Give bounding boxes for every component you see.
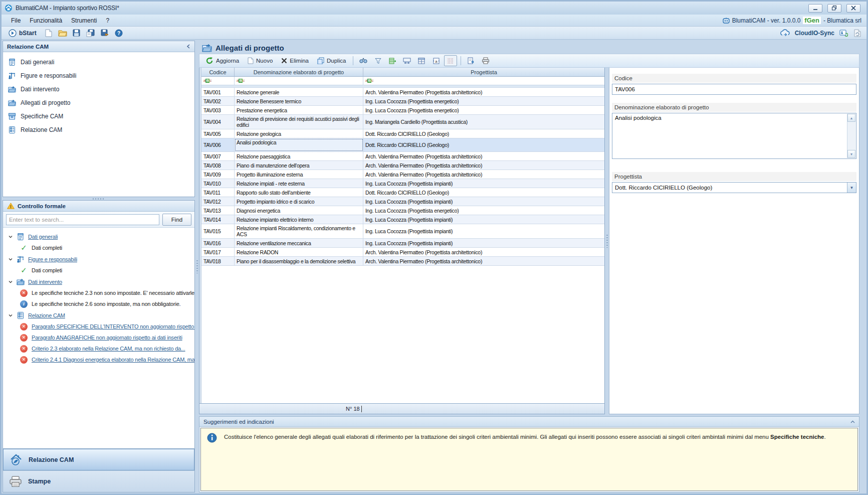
tree-group-link[interactable]: Dati intervento — [28, 279, 62, 285]
cell-codice[interactable]: TAV016 — [201, 239, 235, 247]
report-sync-icon[interactable] — [852, 28, 862, 38]
stampe-button[interactable]: Stampe — [3, 470, 194, 492]
relazione-cam-button[interactable]: Relazione CAM — [3, 449, 194, 470]
tree-group-link[interactable]: Figure e responsabili — [28, 256, 77, 262]
cell-codice[interactable]: TAV007 — [201, 152, 235, 160]
cell-denominazione[interactable]: Piano per il disassemblaggio e la demoli… — [235, 257, 363, 265]
chevron-down-icon[interactable]: ▼ — [847, 183, 856, 193]
cell-progettista[interactable]: Ing. Luca Cocozza (Progettista impianti) — [363, 179, 604, 188]
table-row[interactable]: TAV014Relazione impianto elettrico inter… — [201, 215, 604, 224]
column-width-icon[interactable] — [400, 55, 413, 66]
tree-issue-link[interactable]: Paragrafo SPECIFICHE DELL'INTERVENTO non… — [32, 323, 194, 329]
cell-progettista[interactable]: Ing. Luca Cocozza (Progettista impianti) — [363, 215, 604, 224]
cell-denominazione[interactable]: Relazione ventilazione meccanica — [235, 239, 363, 247]
duplica-button[interactable]: Duplica — [314, 56, 349, 65]
elimina-button[interactable]: Elimina — [278, 57, 312, 65]
cell-codice[interactable]: TAV014 — [201, 215, 235, 224]
help-icon[interactable]: ? — [114, 28, 124, 38]
cell-codice[interactable]: TAV017 — [201, 248, 235, 256]
filter-cell-codice[interactable]: aBc — [201, 77, 235, 85]
group-add-icon[interactable] — [386, 55, 399, 66]
cell-denominazione[interactable]: Relazione impianto elettrico interno — [235, 215, 363, 224]
table-row[interactable]: TAV010Relazione impiati - rete esternaIn… — [201, 179, 604, 188]
textarea-scrollbar[interactable]: ▲ ▼ — [847, 114, 855, 158]
minimize-button[interactable] — [808, 4, 822, 13]
chevron-down-icon[interactable] — [8, 257, 13, 262]
cell-progettista[interactable]: Ing. Luca Cocozza (Progettista energetic… — [363, 206, 604, 215]
tree-issue-link[interactable]: Criterio 2.3 elaborato nella Relazione C… — [32, 346, 185, 352]
cell-progettista[interactable]: Arch. Valentina Piermatteo (Progettista … — [363, 248, 604, 256]
table-row[interactable]: TAV013Diagnosi energeticaIng. Luca Cocoz… — [201, 206, 604, 215]
bstart-button[interactable]: bStart — [6, 28, 40, 38]
table-layout-icon[interactable] — [415, 55, 428, 66]
find-button[interactable]: Find — [162, 214, 191, 226]
cell-progettista[interactable]: Ing. Luca Cocozza (Progettista impianti) — [363, 224, 604, 238]
cell-progettista[interactable]: Arch. Valentina Piermatteo (Progettista … — [363, 88, 604, 96]
cell-denominazione[interactable]: Rapporto sullo stato dell'ambiente — [235, 188, 363, 197]
filter-cell-denominazione[interactable]: aBc — [235, 77, 363, 85]
scroll-up-icon[interactable]: ▲ — [847, 114, 855, 122]
cell-codice[interactable]: TAV009 — [201, 170, 235, 179]
progettista-dropdown[interactable]: Dott. Riccardo CICIRIELLO (Geologo) ▼ — [612, 182, 856, 193]
tree-group-link[interactable]: Relazione CAM — [28, 312, 65, 318]
table-row[interactable]: TAV006Analisi podologicaDott. Riccardo C… — [201, 138, 604, 152]
sidebar-item-dati-generali[interactable]: Dati generali — [3, 55, 194, 69]
cell-denominazione[interactable]: Prestazione energetica — [235, 106, 363, 114]
save-all-icon[interactable] — [86, 28, 96, 38]
cell-progettista[interactable]: Dott. Riccardo CICIRIELLO (Geologo) — [363, 188, 604, 197]
table-row[interactable]: TAV005Relazione geologicaDott. Riccardo … — [201, 129, 604, 138]
cell-codice[interactable]: TAV010 — [201, 179, 235, 188]
chevron-up-icon[interactable] — [850, 420, 855, 423]
menu-strumenti[interactable]: Strumenti — [67, 16, 101, 26]
cell-progettista[interactable]: Dott. Riccardo CICIRIELLO (Geologo) — [363, 129, 604, 138]
filter-cell-progettista[interactable]: aBc — [363, 77, 604, 85]
sidebar-item-figure-e-responsabili[interactable]: Figure e responsabili — [3, 69, 194, 82]
table-row[interactable]: TAV009Progetto illuminazione esternaArch… — [201, 170, 604, 179]
cell-denominazione[interactable]: Relazione generale — [235, 88, 363, 96]
table-row[interactable]: TAV016Relazione ventilazione meccanicaIn… — [201, 239, 604, 248]
menu-help[interactable]: ? — [101, 16, 114, 26]
table-row[interactable]: TAV018Piano per il disassemblaggio e la … — [201, 257, 604, 266]
cell-codice[interactable]: TAV002 — [201, 97, 235, 105]
nuovo-button[interactable]: Nuovo — [244, 56, 276, 65]
table-row[interactable]: TAV002Relazione Benessere termicoIng. Lu… — [201, 97, 604, 106]
export-icon[interactable] — [465, 55, 478, 66]
cell-codice[interactable]: TAV004 — [201, 115, 235, 129]
new-file-icon[interactable] — [44, 28, 54, 38]
aggiorna-button[interactable]: Aggiorna — [202, 56, 243, 66]
cell-codice[interactable]: TAV011 — [201, 188, 235, 197]
cell-denominazione[interactable]: Progetto illuminazione esterna — [235, 170, 363, 179]
column-header-denominazione[interactable]: Denominazione elaborato di progetto — [235, 68, 363, 76]
chevron-down-icon[interactable] — [8, 279, 13, 284]
cell-codice[interactable]: TAV013 — [201, 206, 235, 215]
cell-progettista[interactable]: Arch. Valentina Piermatteo (Progettista … — [363, 152, 604, 160]
cell-denominazione[interactable]: Relazione geologica — [235, 129, 363, 138]
cell-codice[interactable]: TAV005 — [201, 129, 235, 138]
best-fit-icon[interactable]: a — [429, 55, 443, 66]
gridlines-icon[interactable] — [444, 55, 457, 66]
tree-issue-link[interactable]: Paragrafo ANAGRAFICHE non aggiornato ris… — [32, 335, 182, 341]
cell-progettista[interactable]: Ing. Luca Cocozza (Progettista impianti) — [363, 239, 604, 247]
maximize-button[interactable] — [827, 4, 841, 13]
save-as-icon[interactable] — [100, 28, 110, 38]
column-header-codice[interactable]: Codice — [201, 68, 235, 76]
cell-denominazione[interactable]: Analisi podologica — [235, 138, 363, 151]
cell-denominazione[interactable]: Piano di manutenzione dell'opera — [235, 161, 363, 170]
table-row[interactable]: TAV015Relazione impianti Riscaldamento, … — [201, 224, 604, 239]
cloud-sync-icon[interactable] — [780, 29, 791, 37]
tree-group-link[interactable]: Dati generali — [28, 234, 58, 240]
open-folder-icon[interactable] — [58, 28, 68, 38]
table-row[interactable]: TAV011Rapporto sullo stato dell'ambiente… — [201, 188, 604, 197]
denominazione-textarea[interactable]: Analisi podologica ▲ ▼ — [612, 113, 856, 159]
cell-progettista[interactable]: Ing. Luca Cocozza (Progettista energetic… — [363, 97, 604, 105]
cell-denominazione[interactable]: Relazione paesaggistica — [235, 152, 363, 160]
cell-progettista[interactable]: Arch. Valentina Piermatteo (Progettista … — [363, 161, 604, 170]
sidebar-item-dati-intervento[interactable]: Dati intervento — [3, 82, 194, 96]
table-row[interactable]: TAV012Progetto impianto idrico e di scar… — [201, 197, 604, 206]
chevron-down-icon[interactable] — [8, 234, 13, 239]
cell-codice[interactable]: TAV012 — [201, 197, 235, 206]
cell-codice[interactable]: TAV015 — [201, 224, 235, 238]
cell-codice[interactable]: TAV001 — [201, 88, 235, 96]
close-button[interactable] — [846, 4, 860, 13]
cell-progettista[interactable]: Arch. Valentina Piermatteo (Progettista … — [363, 257, 604, 265]
